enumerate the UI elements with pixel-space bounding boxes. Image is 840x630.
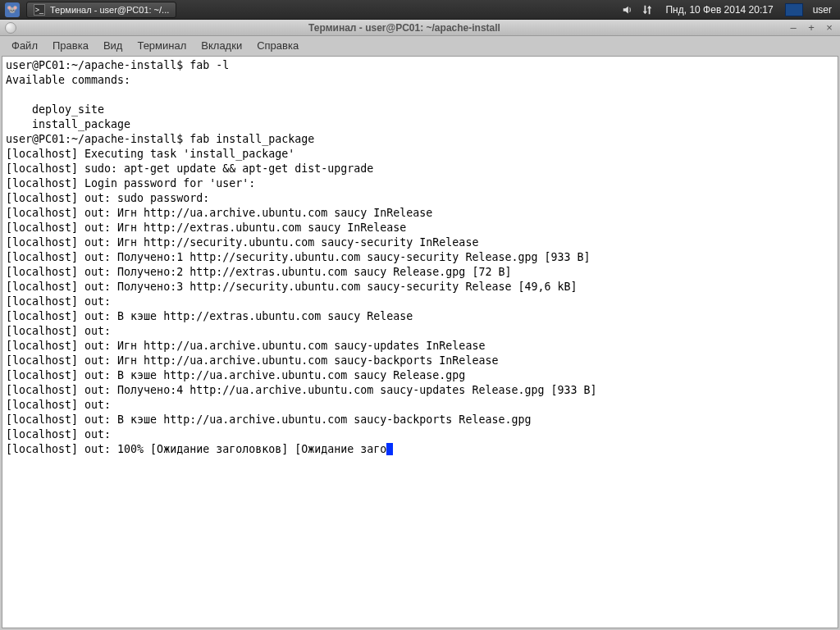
menu-view[interactable]: Вид: [97, 38, 130, 53]
window-buttons: – + ×: [788, 21, 835, 34]
panel-clock[interactable]: Пнд, 10 Фев 2014 20:17: [660, 4, 778, 16]
close-button[interactable]: ×: [824, 21, 835, 34]
workspace-switcher[interactable]: [785, 3, 803, 16]
terminal-cursor: [386, 443, 393, 455]
taskbar-terminal-button[interactable]: >_ Терминал - user@PC01: ~/...: [26, 2, 176, 18]
user-menu[interactable]: user: [810, 4, 835, 16]
maximize-button[interactable]: +: [806, 21, 817, 34]
terminal-icon: >_: [34, 4, 45, 16]
terminal-body[interactable]: user@PC01:~/apache-install$ fab -l Avail…: [2, 56, 838, 628]
menubar: Файл Правка Вид Терминал Вкладки Справка: [0, 36, 840, 56]
menu-file[interactable]: Файл: [5, 38, 44, 53]
terminal-window: Терминал - user@PC01: ~/apache-install –…: [0, 20, 840, 630]
menu-edit[interactable]: Правка: [46, 38, 95, 53]
taskbar-label: Терминал - user@PC01: ~/...: [50, 5, 169, 15]
volume-icon[interactable]: [621, 3, 634, 16]
terminal-output: user@PC01:~/apache-install$ fab -l Avail…: [6, 58, 834, 457]
menu-terminal[interactable]: Терминал: [130, 38, 193, 53]
network-icon[interactable]: [641, 3, 654, 16]
window-titlebar[interactable]: Терминал - user@PC01: ~/apache-install –…: [0, 20, 840, 36]
minimize-button[interactable]: –: [788, 21, 799, 34]
window-menu-icon[interactable]: [5, 22, 16, 34]
system-panel: 🐭 >_ Терминал - user@PC01: ~/... Пнд, 10…: [0, 0, 840, 20]
xfce-menu-icon[interactable]: 🐭: [5, 2, 20, 17]
menu-help[interactable]: Справка: [250, 38, 305, 53]
menu-tabs[interactable]: Вкладки: [194, 38, 249, 53]
window-title: Терминал - user@PC01: ~/apache-install: [21, 22, 788, 34]
